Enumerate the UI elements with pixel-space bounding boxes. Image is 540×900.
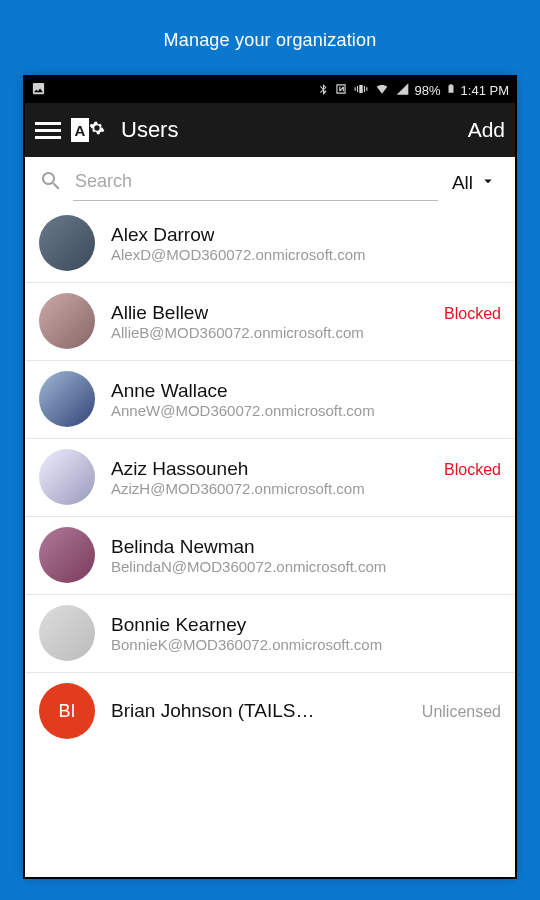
filter-label: All bbox=[452, 172, 473, 194]
list-item[interactable]: Alex Darrow AlexD@MOD360072.onmicrosoft.… bbox=[25, 205, 515, 283]
status-badge: Unlicensed bbox=[422, 703, 501, 721]
battery-percent: 98% bbox=[415, 83, 441, 98]
battery-icon bbox=[446, 81, 456, 99]
avatar bbox=[39, 215, 95, 271]
gear-icon bbox=[89, 120, 105, 140]
search-input[interactable] bbox=[73, 165, 438, 201]
user-name: Belinda Newman bbox=[111, 536, 255, 558]
user-name: Brian Johnson (TAILS… bbox=[111, 700, 314, 722]
search-icon[interactable] bbox=[39, 169, 63, 197]
bluetooth-icon bbox=[317, 82, 329, 99]
device-frame: 98% 1:41 PM A Users Add bbox=[25, 77, 515, 877]
list-item[interactable]: BI Brian Johnson (TAILS… Unlicensed bbox=[25, 673, 515, 739]
list-item[interactable]: Aziz Hassouneh Blocked AzizH@MOD360072.o… bbox=[25, 439, 515, 517]
user-email: AnneW@MOD360072.onmicrosoft.com bbox=[111, 402, 501, 419]
vibrate-icon bbox=[353, 82, 369, 99]
avatar bbox=[39, 527, 95, 583]
list-item[interactable]: Bonnie Kearney BonnieK@MOD360072.onmicro… bbox=[25, 595, 515, 673]
user-name: Alex Darrow bbox=[111, 224, 214, 246]
user-email: AllieB@MOD360072.onmicrosoft.com bbox=[111, 324, 501, 341]
avatar bbox=[39, 371, 95, 427]
app-bar: A Users Add bbox=[25, 103, 515, 157]
page-heading: Manage your organization bbox=[164, 0, 377, 77]
wifi-icon bbox=[374, 82, 390, 99]
user-name: Allie Bellew bbox=[111, 302, 208, 324]
app-title: Users bbox=[121, 117, 178, 143]
chevron-down-icon bbox=[479, 172, 497, 195]
signal-icon bbox=[395, 82, 410, 99]
avatar bbox=[39, 449, 95, 505]
list-item[interactable]: Anne Wallace AnneW@MOD360072.onmicrosoft… bbox=[25, 361, 515, 439]
showcase-page: Manage your organization bbox=[0, 0, 540, 900]
status-badge: Blocked bbox=[444, 461, 501, 479]
status-bar: 98% 1:41 PM bbox=[25, 77, 515, 103]
search-row: All bbox=[25, 157, 515, 205]
nfc-icon bbox=[334, 82, 348, 99]
user-name: Anne Wallace bbox=[111, 380, 228, 402]
user-list: Alex Darrow AlexD@MOD360072.onmicrosoft.… bbox=[25, 205, 515, 739]
avatar bbox=[39, 605, 95, 661]
user-name: Bonnie Kearney bbox=[111, 614, 246, 636]
app-logo: A bbox=[71, 118, 105, 142]
user-name: Aziz Hassouneh bbox=[111, 458, 248, 480]
menu-icon[interactable] bbox=[35, 122, 61, 139]
filter-dropdown[interactable]: All bbox=[448, 172, 501, 195]
user-email: BelindaN@MOD360072.onmicrosoft.com bbox=[111, 558, 501, 575]
clock: 1:41 PM bbox=[461, 83, 509, 98]
status-badge: Blocked bbox=[444, 305, 501, 323]
list-item[interactable]: Allie Bellew Blocked AllieB@MOD360072.on… bbox=[25, 283, 515, 361]
picture-icon bbox=[31, 81, 46, 99]
user-email: BonnieK@MOD360072.onmicrosoft.com bbox=[111, 636, 501, 653]
add-button[interactable]: Add bbox=[468, 118, 505, 142]
avatar bbox=[39, 293, 95, 349]
avatar: BI bbox=[39, 683, 95, 739]
user-email: AlexD@MOD360072.onmicrosoft.com bbox=[111, 246, 501, 263]
user-email: AzizH@MOD360072.onmicrosoft.com bbox=[111, 480, 501, 497]
list-item[interactable]: Belinda Newman BelindaN@MOD360072.onmicr… bbox=[25, 517, 515, 595]
